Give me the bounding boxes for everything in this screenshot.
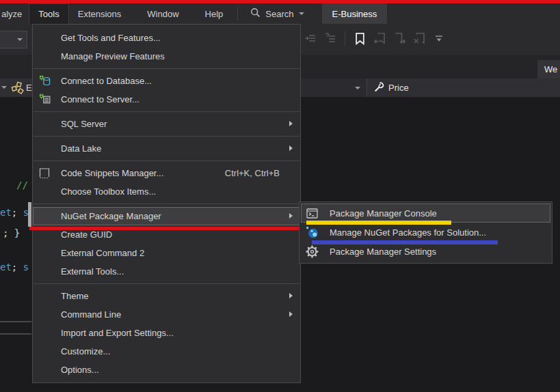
annotation-top-red-line xyxy=(0,0,560,3)
menu-item-nuget-package-manager[interactable]: NuGet Package Manager xyxy=(33,207,300,225)
menu-item-customize[interactable]: Customize... xyxy=(33,342,300,361)
menubar-item-window[interactable]: Window xyxy=(138,3,187,24)
chevron-down-icon xyxy=(355,87,360,89)
submenu-item-manage-nuget-packages-for-solution[interactable]: Manage NuGet Packages for Solution... xyxy=(299,223,552,242)
menubar-spacer xyxy=(188,3,196,24)
toolbar-overflow-icon[interactable] xyxy=(431,30,446,46)
menu-item-label: Manage Preview Features xyxy=(61,51,295,61)
document-tab-partial[interactable]: We xyxy=(537,60,560,79)
code-keyword: s xyxy=(23,262,29,272)
menu-separator xyxy=(34,283,299,284)
menu-item-sql-server[interactable]: SQL Server xyxy=(33,115,300,133)
menu-item-command-line[interactable]: Command Line xyxy=(33,305,300,324)
database-plug-icon xyxy=(38,74,51,87)
menubar-item-extensions[interactable]: Extensions xyxy=(69,3,131,24)
menu-separator xyxy=(34,204,299,204)
submenu-item-package-manager-console[interactable]: Package Manager Console xyxy=(301,204,550,223)
code-keyword: et xyxy=(0,262,12,272)
panel-divider xyxy=(0,321,31,322)
code-space xyxy=(17,262,23,272)
menu-item-connect-to-database[interactable]: Connect to Database... xyxy=(33,72,300,90)
clear-bookmarks-icon[interactable] xyxy=(412,30,427,46)
menu-item-data-lake[interactable]: Data Lake xyxy=(33,139,300,158)
menu-item-connect-to-server[interactable]: Connect to Server... xyxy=(33,90,300,109)
menu-item-label: Code Snippets Manager... xyxy=(61,168,225,178)
menu-item-label: Get Tools and Features... xyxy=(61,33,295,43)
code-line-fragment: et; s xyxy=(0,207,29,218)
menu-item-label: Create GUID xyxy=(61,229,295,240)
annotation-underline-red xyxy=(29,227,300,230)
menubar-spacer xyxy=(130,3,138,24)
menu-item-label: Customize... xyxy=(61,346,295,356)
toolbar-separator xyxy=(345,31,345,46)
menu-item-label: Data Lake xyxy=(61,143,295,154)
gear-icon xyxy=(306,245,319,258)
menu-item-label: Import and Export Settings... xyxy=(61,328,295,338)
toolbar-icon-group xyxy=(303,30,446,46)
submenu-item-package-manager-settings[interactable]: Package Manager Settings xyxy=(299,242,552,261)
submenu-arrow-icon xyxy=(289,293,293,298)
menu-item-manage-preview-features[interactable]: Manage Preview Features xyxy=(33,47,300,66)
server-plug-icon xyxy=(38,93,51,106)
menubar-separator xyxy=(237,7,238,20)
menubar-item-analyze[interactable]: alyze xyxy=(0,3,29,24)
menu-item-theme[interactable]: Theme xyxy=(33,287,300,305)
menu-item-shortcut: Ctrl+K, Ctrl+B xyxy=(225,168,280,178)
chevron-down-icon xyxy=(17,38,23,41)
submenu-arrow-icon xyxy=(289,213,293,219)
toolbar-combobox-partial[interactable] xyxy=(0,31,27,48)
menu-separator xyxy=(34,111,299,112)
menu-item-external-command-2[interactable]: External Command 2 xyxy=(33,244,300,262)
menu-item-label: NuGet Package Manager xyxy=(61,211,295,221)
submenu-item-label: Package Manager Console xyxy=(330,208,437,219)
navbar-type-combobox[interactable] xyxy=(299,79,367,97)
navbar-member-label: Price xyxy=(388,83,409,93)
nuget-icon xyxy=(306,226,319,239)
search-control[interactable]: Search xyxy=(243,3,310,24)
menu-item-label: Choose Toolbox Items... xyxy=(61,186,295,197)
menubar-item-help[interactable]: Help xyxy=(196,3,232,24)
menu-item-code-snippets-manager[interactable]: Code Snippets Manager... Ctrl+K, Ctrl+B xyxy=(33,164,300,182)
navbar-partial-text: E xyxy=(26,83,32,93)
menu-item-import-and-export-settings[interactable]: Import and Export Settings... xyxy=(33,324,300,342)
menu-item-external-tools[interactable]: External Tools... xyxy=(33,262,300,281)
menu-item-label: Theme xyxy=(61,291,295,301)
indent-lines-icon[interactable] xyxy=(303,30,318,46)
menu-item-label: SQL Server xyxy=(61,119,295,129)
menu-separator xyxy=(34,68,299,69)
annotation-underline-blue xyxy=(312,240,498,244)
next-bookmark-icon[interactable] xyxy=(392,30,407,46)
project-tab-ebusiness[interactable]: E-Business xyxy=(322,3,388,24)
chevron-down-icon xyxy=(299,12,304,15)
menu-item-label: Connect to Server... xyxy=(61,94,295,104)
workflow-icon xyxy=(10,81,25,98)
annotation-underline-yellow xyxy=(306,221,451,225)
submenu-arrow-icon xyxy=(289,145,293,151)
format-indent-icon[interactable] xyxy=(323,30,338,46)
nuget-submenu: Package Manager Console Manage NuGet Pac… xyxy=(299,201,552,264)
panel-divider xyxy=(0,333,31,335)
menu-separator xyxy=(34,136,299,137)
code-comment-fragment: // xyxy=(16,180,28,191)
code-space xyxy=(17,207,23,218)
menu-item-choose-toolbox-items[interactable]: Choose Toolbox Items... xyxy=(33,182,300,201)
console-icon xyxy=(306,207,319,220)
menu-item-options[interactable]: Options... xyxy=(33,361,300,379)
search-label: Search xyxy=(265,9,293,19)
previous-bookmark-icon[interactable] xyxy=(372,30,387,46)
menu-item-label: External Command 2 xyxy=(61,248,295,258)
menubar-item-tools[interactable]: Tools xyxy=(29,3,68,24)
code-keyword: et xyxy=(0,207,12,218)
navbar-member-dropdown[interactable]: Price xyxy=(373,79,409,97)
menu-separator xyxy=(34,160,299,161)
toggle-bookmark-icon[interactable] xyxy=(352,30,367,46)
tools-menu: Get Tools and Features... Manage Preview… xyxy=(32,24,301,383)
submenu-arrow-icon xyxy=(289,121,293,126)
menu-item-label: Options... xyxy=(61,365,295,375)
code-line-fragment: ; } xyxy=(3,227,20,238)
scrollbar-fragment[interactable] xyxy=(28,202,31,227)
menu-item-get-tools-and-features[interactable]: Get Tools and Features... xyxy=(33,29,300,47)
submenu-item-label: Manage NuGet Packages for Solution... xyxy=(330,227,486,238)
wrench-icon xyxy=(373,81,385,95)
menu-bar: alyze Tools Extensions Window Help Searc… xyxy=(0,3,560,24)
